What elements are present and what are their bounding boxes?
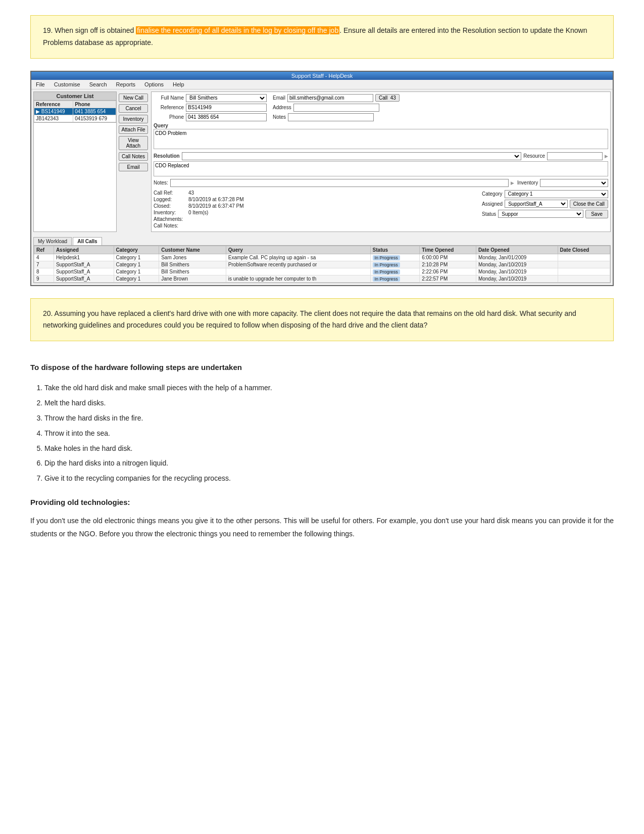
- customer-list: Customer List Reference Phone ▶ BS141949…: [33, 91, 117, 232]
- dispose-step: Give it to the recycling companies for t…: [44, 472, 614, 485]
- table-cell: Category 1: [114, 254, 159, 261]
- cancel-button[interactable]: Cancel: [119, 104, 148, 113]
- resolution-dropdown[interactable]: [182, 152, 522, 160]
- resolution-textarea[interactable]: CDO Replaced: [154, 161, 608, 176]
- table-header: Status: [370, 246, 420, 254]
- table-cell: 2:10:28 PM: [420, 261, 476, 268]
- form-row-phone: Phone Notes: [154, 113, 608, 121]
- table-cell: In Progress: [370, 261, 420, 268]
- form-area: Full Name Bill Smithers Email Call 43 Re…: [151, 91, 611, 232]
- email-button[interactable]: Email: [119, 163, 148, 171]
- menu-search[interactable]: Search: [88, 81, 109, 88]
- table-cell: [558, 268, 610, 275]
- attach-file-button[interactable]: Attach File: [119, 125, 148, 134]
- customer-phone: 04153919 679: [73, 115, 116, 122]
- menu-options[interactable]: Options: [143, 81, 165, 88]
- table-cell: In Progress: [370, 268, 420, 275]
- section-19: 19. When sign off is obtained finalise t…: [30, 15, 614, 59]
- status-label: Status: [482, 211, 496, 217]
- table-cell: [558, 254, 610, 261]
- app-titlebar: Support Staff - HelpDesk: [31, 72, 613, 80]
- table-cell: SupportStaff_A: [54, 261, 114, 268]
- table-header: Time Opened: [420, 246, 476, 254]
- customer-table: Reference Phone ▶ BS141949041 3885 654JB…: [34, 101, 116, 122]
- inventory-res-dropdown[interactable]: [540, 179, 608, 187]
- resource-label: Resource: [523, 153, 545, 159]
- customer-row[interactable]: ▶ BS141949041 3885 654: [34, 108, 116, 115]
- section-20: 20. Assuming you have replaced a client'…: [30, 298, 614, 342]
- table-cell: 7: [34, 261, 54, 268]
- table-cell: Monday, Jan/10/2019: [476, 261, 558, 268]
- section-20-text: Assuming you have replaced a client's ha…: [43, 309, 576, 330]
- bottom-table-area: RefAssignedCategoryCustomer NameQuerySta…: [33, 246, 611, 283]
- inventory-row: Inventory: 0 Item(s): [154, 210, 478, 215]
- dispose-step: Throw the hard disks in the fire.: [44, 412, 614, 425]
- address-input[interactable]: [293, 104, 379, 112]
- call-notes-button[interactable]: Call Notes: [119, 152, 148, 161]
- table-cell: Monday, Jan/10/2019: [476, 268, 558, 275]
- assigned-label: Assigned: [482, 201, 503, 207]
- table-cell: Helpdesk1: [54, 254, 114, 261]
- attachments-row: Attachments:: [154, 216, 478, 222]
- bottom-tabs: My Workload All Calls: [33, 237, 611, 246]
- app-window: Support Staff - HelpDesk File Customise …: [30, 71, 614, 286]
- assigned-dropdown[interactable]: SupportStaff_A: [505, 200, 568, 208]
- tab-my-workload[interactable]: My Workload: [33, 237, 72, 245]
- reference-input[interactable]: [186, 104, 267, 112]
- table-cell: Example Call. PC playing up again - sa: [226, 254, 370, 261]
- dispose-step: Make holes in the hard disk.: [44, 442, 614, 455]
- col-reference: Reference: [34, 101, 73, 108]
- table-row[interactable]: 7SupportStaff_ACategory 1Bill SmithersPr…: [34, 261, 610, 268]
- notes-res-input[interactable]: [170, 179, 509, 187]
- status-dropdown[interactable]: Suppor: [498, 210, 583, 218]
- table-row[interactable]: 8SupportStaff_ACategory 1Bill SmithersIn…: [34, 268, 610, 275]
- table-cell: SupportStaff_A: [54, 275, 114, 282]
- table-row[interactable]: 9SupportStaff_ACategory 1Jane Brownis un…: [34, 275, 610, 282]
- menu-help[interactable]: Help: [171, 81, 186, 88]
- dispose-step: Melt the hard disks.: [44, 397, 614, 410]
- inventory-button[interactable]: Inventory: [119, 115, 148, 123]
- notes-input[interactable]: [288, 113, 374, 121]
- menu-reports[interactable]: Reports: [115, 81, 137, 88]
- logged-row: Logged: 8/10/2019 at 6:37:28 PM: [154, 197, 478, 202]
- button-column: New Call Cancel Inventory Attach File Vi…: [119, 91, 149, 232]
- menu-file[interactable]: File: [34, 81, 46, 88]
- table-cell: is unable to upgrade her computer to th: [226, 275, 370, 282]
- save-button[interactable]: Save: [585, 210, 608, 218]
- tab-all-calls[interactable]: All Calls: [73, 237, 102, 245]
- fullname-input[interactable]: Bill Smithers: [186, 94, 267, 102]
- table-cell: Sam Jones: [159, 254, 226, 261]
- query-textarea[interactable]: CDO Problem: [154, 129, 608, 149]
- table-cell: [558, 261, 610, 268]
- category-dropdown[interactable]: Category 1: [505, 190, 608, 198]
- closed-row: Closed: 8/10/2019 at 6:37:47 PM: [154, 203, 478, 209]
- table-cell: [558, 275, 610, 282]
- dispose-step: Take the old hard disk and make small pi…: [44, 382, 614, 395]
- table-cell: 2:22:57 PM: [420, 275, 476, 282]
- new-call-button[interactable]: New Call: [119, 94, 148, 102]
- category-label: Category: [482, 191, 503, 197]
- section-19-highlighted: finalise the recording of all details in…: [136, 26, 339, 34]
- email-input[interactable]: [287, 94, 373, 102]
- table-row[interactable]: 4Helpdesk1Category 1Sam JonesExample Cal…: [34, 254, 610, 261]
- table-cell: 9: [34, 275, 54, 282]
- customer-row[interactable]: JB14234304153919 679: [34, 115, 116, 122]
- view-attach-button[interactable]: View Attach: [119, 136, 148, 150]
- table-cell: SupportStaff_A: [54, 268, 114, 275]
- phone-input[interactable]: [186, 113, 267, 121]
- form-row-reference: Reference Address: [154, 104, 608, 112]
- notes-res-label: Notes:: [154, 180, 168, 186]
- close-call-button[interactable]: Close the Call: [570, 200, 608, 208]
- dispose-step: Throw it into the sea.: [44, 427, 614, 440]
- fullname-label: Full Name: [154, 95, 184, 101]
- table-cell: Bill Smithers: [159, 268, 226, 275]
- table-cell: In Progress: [370, 254, 420, 261]
- call-button[interactable]: Call 43: [375, 94, 400, 102]
- menu-customise[interactable]: Customise: [53, 81, 82, 88]
- table-header: Date Opened: [476, 246, 558, 254]
- query-section-label: Query: [154, 123, 608, 128]
- resource-input[interactable]: [547, 152, 603, 160]
- section-19-text-before: When sign off is obtained: [55, 26, 136, 34]
- inventory-res-label: Inventory: [517, 180, 538, 186]
- email-label: Email: [273, 95, 285, 101]
